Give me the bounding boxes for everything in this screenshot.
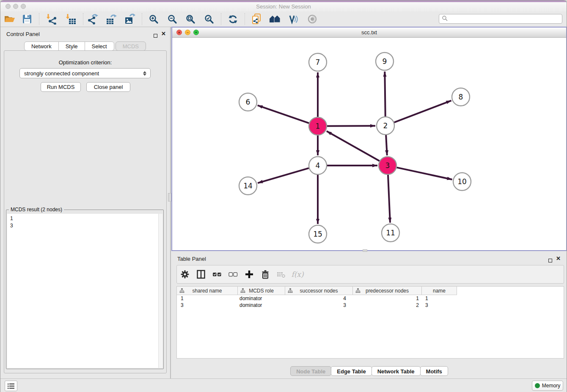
search-field[interactable]: [439, 14, 562, 24]
cell[interactable]: dominator: [238, 295, 285, 301]
task-history-button[interactable]: [5, 381, 17, 391]
float-table-panel-icon[interactable]: [548, 257, 552, 264]
column-header-name[interactable]: name: [422, 287, 457, 295]
node-14[interactable]: 14: [239, 177, 257, 195]
run-mcds-button[interactable]: Run MCDS: [41, 82, 81, 92]
svg-text:10: 10: [457, 177, 467, 186]
close-table-panel-icon[interactable]: ✕: [556, 257, 561, 260]
cell[interactable]: 1: [353, 295, 422, 301]
zoom-fit-icon[interactable]: [184, 13, 197, 25]
node-1[interactable]: 1: [309, 117, 327, 135]
tab-mcds[interactable]: MCDS: [116, 41, 146, 51]
edge-1-6[interactable]: [258, 105, 309, 123]
zoom-in-icon[interactable]: [147, 13, 160, 25]
edge-3-10[interactable]: [397, 168, 452, 179]
save-session-icon[interactable]: [20, 13, 34, 25]
close-panel-icon[interactable]: ✕: [161, 32, 166, 36]
cell[interactable]: dominator: [238, 302, 285, 308]
zoom-out-icon[interactable]: [165, 13, 179, 25]
table-row-2[interactable]: 3dominator323: [177, 302, 564, 309]
import-network-icon[interactable]: [44, 13, 58, 25]
node-4[interactable]: 4: [309, 157, 327, 174]
open-session-icon[interactable]: [3, 13, 17, 25]
cell[interactable]: 3: [285, 302, 353, 308]
export-image-icon[interactable]: [123, 13, 137, 25]
unselect-all-columns-icon[interactable]: [225, 270, 241, 279]
network-window[interactable]: × − + scc.txt 7968124314101511: [171, 27, 567, 251]
network-canvas[interactable]: 7968124314101511: [172, 38, 566, 250]
apply-function-icon[interactable]: f(x): [289, 270, 306, 279]
edge-2-8[interactable]: [394, 101, 451, 123]
cell[interactable]: 4: [285, 295, 353, 301]
zoom-selected-icon[interactable]: [202, 13, 216, 25]
node-8[interactable]: 8: [452, 88, 470, 106]
toolbar-separator: [245, 13, 245, 25]
tab-edge-table[interactable]: Edge Table: [331, 366, 372, 376]
main-titlebar[interactable]: Session: New Session: [0, 2, 567, 12]
optimization-select[interactable]: strongly connected component: [19, 68, 151, 78]
node-15[interactable]: 15: [309, 225, 327, 243]
add-column-icon[interactable]: [241, 270, 257, 279]
table-row-1[interactable]: 1dominator411: [177, 295, 564, 302]
delete-table-icon[interactable]: [273, 270, 289, 279]
cell[interactable]: 3: [177, 302, 238, 308]
combo-stepper-icon: [141, 71, 149, 76]
memory-button[interactable]: Memory: [532, 381, 563, 391]
node-10[interactable]: 10: [453, 173, 471, 190]
node-7[interactable]: 7: [309, 53, 327, 71]
tab-select[interactable]: Select: [85, 41, 114, 51]
app-window: Session: New Session: [0, 0, 567, 392]
node-3[interactable]: 3: [379, 157, 396, 174]
column-label: name: [422, 288, 457, 294]
panel-divider-handle[interactable]: [168, 193, 171, 202]
column-header-predecessor-nodes[interactable]: predecessor nodes: [353, 287, 422, 295]
node-11[interactable]: 11: [382, 224, 399, 242]
select-all-columns-icon[interactable]: [209, 270, 225, 279]
column-header-successor-nodes[interactable]: successor nodes: [285, 287, 353, 295]
close-panel-button[interactable]: Close panel: [86, 82, 130, 92]
edge-4-14[interactable]: [258, 168, 309, 183]
tab-style[interactable]: Style: [58, 41, 85, 51]
tab-node-table[interactable]: Node Table: [290, 366, 331, 376]
edge-3-1[interactable]: [327, 131, 380, 161]
delete-columns-icon[interactable]: [257, 270, 273, 279]
network-graph[interactable]: 7968124314101511: [172, 38, 566, 250]
node-9[interactable]: 9: [376, 52, 394, 70]
mcds-result-text[interactable]: 1 3: [7, 214, 159, 368]
node-2[interactable]: 2: [377, 117, 394, 135]
result-scrollbar[interactable]: [158, 214, 162, 368]
export-network-icon[interactable]: [86, 13, 99, 25]
column-header-MCDS-role[interactable]: MCDS role: [238, 287, 285, 295]
home-icon[interactable]: [268, 13, 282, 25]
column-label: predecessor nodes: [353, 288, 421, 294]
tab-network[interactable]: Network: [24, 41, 59, 51]
show-columns-icon[interactable]: [193, 270, 209, 279]
column-header-shared-name[interactable]: shared name: [177, 287, 238, 295]
node-6[interactable]: 6: [239, 93, 257, 111]
search-input[interactable]: [449, 16, 562, 22]
edge-3-11[interactable]: [388, 175, 390, 223]
panel-divider[interactable]: [170, 27, 171, 378]
export-table-icon[interactable]: [105, 13, 118, 25]
edge-2-9[interactable]: [385, 72, 385, 116]
network-titlebar[interactable]: × − + scc.txt: [172, 28, 566, 38]
show-hide-details-icon[interactable]: [306, 13, 319, 25]
split-divider-handle[interactable]: [363, 249, 367, 252]
column-label: successor nodes: [285, 288, 352, 294]
float-panel-icon[interactable]: [154, 32, 157, 39]
cell[interactable]: 1: [177, 295, 238, 301]
cell[interactable]: 1: [422, 295, 457, 301]
mcds-result-title: MCDS result (2 nodes): [9, 207, 64, 213]
clone-network-icon[interactable]: [250, 13, 263, 25]
import-table-icon[interactable]: [64, 13, 77, 25]
table-options-icon[interactable]: [177, 270, 193, 279]
tab-network-table[interactable]: Network Table: [372, 366, 421, 376]
cell[interactable]: 2: [353, 302, 422, 308]
node-table[interactable]: shared nameMCDS rolesuccessor nodesprede…: [176, 286, 564, 359]
edge-1-2[interactable]: [327, 126, 375, 126]
vizmap-preview-icon[interactable]: [286, 13, 300, 25]
cell[interactable]: 3: [422, 302, 457, 308]
tab-motifs[interactable]: Motifs: [420, 366, 448, 376]
apply-layout-icon[interactable]: [226, 13, 239, 25]
edge-2-3[interactable]: [386, 135, 387, 155]
